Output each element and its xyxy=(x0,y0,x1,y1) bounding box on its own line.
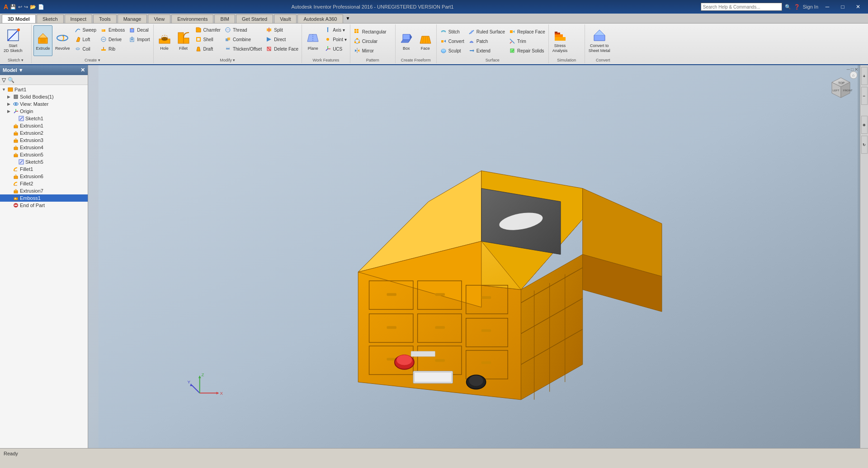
expand-view-master[interactable]: ▶ xyxy=(7,102,13,106)
fillet-button[interactable]: Fillet xyxy=(175,25,193,56)
expand-part1[interactable]: ▼ xyxy=(2,87,7,92)
tree-item-extrusion6[interactable]: ▶ Extrusion6 xyxy=(0,173,88,180)
circular-button[interactable]: Circular xyxy=(352,37,388,46)
viewport-maximize-button[interactable]: □ xyxy=(851,67,854,72)
axis-button[interactable]: Axis ▾ xyxy=(323,25,348,34)
point-button[interactable]: Point ▾ xyxy=(323,35,348,44)
create-group-label[interactable]: Create ▾ xyxy=(32,58,153,62)
tab-autodesk-a360[interactable]: Autodesk A360 xyxy=(297,14,343,23)
tree-item-extrusion5[interactable]: ▶ Extrusion5 xyxy=(0,151,88,158)
patch-button[interactable]: Patch xyxy=(467,37,506,46)
tree-item-fillet2[interactable]: ▶ Fillet2 xyxy=(0,180,88,187)
trim-button[interactable]: Trim xyxy=(507,37,547,46)
search-icon[interactable]: 🔍 xyxy=(785,4,791,10)
tree-item-origin[interactable]: ▶ Origin xyxy=(0,108,88,115)
tree-item-end-of-part[interactable]: ▶ End of Part xyxy=(0,202,88,209)
delete-face-button[interactable]: Delete Face xyxy=(264,44,300,53)
convert-group-label[interactable]: Convert xyxy=(585,58,621,62)
chamfer-button[interactable]: Chamfer xyxy=(193,25,222,34)
extrude-button[interactable]: Extrude xyxy=(33,25,52,56)
pattern-group-label[interactable]: Pattern xyxy=(350,58,395,62)
viewport[interactable]: X Y Z xyxy=(88,65,868,448)
orbit-button[interactable]: ↻ xyxy=(861,136,868,154)
tab-bim[interactable]: BIM xyxy=(214,14,235,23)
thread-button[interactable]: Thread xyxy=(223,25,263,34)
loft-button[interactable]: Loft xyxy=(73,35,98,44)
close-button[interactable]: ✕ xyxy=(852,2,864,11)
tab-vault[interactable]: Vault xyxy=(274,14,297,23)
repair-solids-button[interactable]: Repair Solids xyxy=(507,46,547,55)
stitch-button[interactable]: Stitch xyxy=(439,27,466,36)
rectangular-button[interactable]: Rectangular xyxy=(352,27,388,36)
tree-item-extrusion3[interactable]: ▶ Extrusion3 xyxy=(0,137,88,144)
tree-item-sketch5[interactable]: ▶ Sketch5 xyxy=(0,158,88,165)
qat-save-icon[interactable]: 💾 xyxy=(10,4,16,10)
draft-button[interactable]: Draft xyxy=(193,44,222,53)
ruled-surface-button[interactable]: Ruled Surface xyxy=(467,27,506,36)
tree-item-extrusion2[interactable]: ▶ Extrusion2 xyxy=(0,129,88,137)
signin-button[interactable]: Sign In xyxy=(803,4,818,9)
start-2d-sketch-button[interactable]: Start2D Sketch xyxy=(2,25,24,56)
modify-group-label[interactable]: Modify ▾ xyxy=(154,58,302,62)
tree-item-view-master[interactable]: ▶ View: Master xyxy=(0,100,88,108)
maximize-button[interactable]: □ xyxy=(836,2,849,11)
tree-item-extrusion7[interactable]: ▶ Extrusion7 xyxy=(0,187,88,194)
ucs-button[interactable]: UCS xyxy=(323,44,348,53)
sculpt-button[interactable]: Sculpt xyxy=(439,46,466,55)
minimize-button[interactable]: ─ xyxy=(821,2,834,11)
derive-button[interactable]: Derive xyxy=(99,35,126,44)
expand-solid-bodies[interactable]: ▶ xyxy=(7,95,13,99)
coil-button[interactable]: Coil xyxy=(73,44,98,53)
tree-filter-icon[interactable]: ▽ xyxy=(2,77,6,83)
tab-manage[interactable]: Manage xyxy=(118,14,147,23)
rib-button[interactable]: Rib xyxy=(99,44,126,53)
extend-button[interactable]: Extend xyxy=(467,46,506,55)
model-title[interactable]: Model ▼ xyxy=(3,67,24,73)
convert-sheet-metal-button[interactable]: Convert toSheet Metal xyxy=(587,25,612,56)
stress-analysis-button[interactable]: StressAnalysis xyxy=(551,25,570,56)
tab-sketch[interactable]: Sketch xyxy=(37,14,64,23)
tree-item-extrusion1[interactable]: ▶ Extrusion1 xyxy=(0,122,88,129)
expand-origin[interactable]: ▶ xyxy=(7,109,13,113)
thicken-offset-button[interactable]: Thicken/Offset xyxy=(223,44,263,53)
pan-button[interactable]: ⊕ xyxy=(861,116,868,134)
tab-inspect[interactable]: Inspect xyxy=(65,14,92,23)
import-button[interactable]: Import xyxy=(127,35,151,44)
sweep-button[interactable]: Sweep xyxy=(73,25,98,34)
zoom-in-button[interactable]: + xyxy=(861,67,868,85)
sidebar-close-icon[interactable]: ✕ xyxy=(80,67,85,73)
face-button[interactable]: Face xyxy=(416,25,434,56)
tree-item-solid-bodies[interactable]: ▶ Solid Bodies(1) xyxy=(0,93,88,100)
mirror-button[interactable]: Mirror xyxy=(352,46,388,55)
qat-redo-icon[interactable]: ↪ xyxy=(24,4,28,10)
qat-open-icon[interactable]: 📂 xyxy=(30,4,36,10)
revolve-button[interactable]: Revolve xyxy=(53,25,72,56)
emboss-button[interactable]: A Emboss xyxy=(99,25,126,34)
tab-view[interactable]: View xyxy=(148,14,170,23)
viewport-minimize-button[interactable]: ─ xyxy=(847,67,850,72)
tree-search-icon[interactable]: 🔍 xyxy=(8,77,14,83)
tree-item-emboss1[interactable]: ▶ A Emboss1 xyxy=(0,194,88,202)
help-icon[interactable]: ❓ xyxy=(794,4,800,10)
hole-button[interactable]: Hole xyxy=(156,25,174,56)
viewport-close-button[interactable]: ✕ xyxy=(854,67,858,72)
split-button[interactable]: Split xyxy=(264,25,300,34)
box-button[interactable]: Box xyxy=(397,25,415,56)
qat-new-icon[interactable]: 📄 xyxy=(38,4,44,10)
tab-tools[interactable]: Tools xyxy=(93,14,117,23)
tab-environments[interactable]: Environments xyxy=(171,14,213,23)
tree-item-part1[interactable]: ▼ Part1 xyxy=(0,86,88,93)
simulation-group-label[interactable]: Simulation xyxy=(549,58,585,62)
tree-item-sketch1[interactable]: ▶ Sketch1 xyxy=(0,115,88,122)
search-input[interactable] xyxy=(701,3,782,11)
create-freeform-group-label[interactable]: Create Freeform xyxy=(396,58,436,62)
tab-get-started[interactable]: Get Started xyxy=(236,14,273,23)
direct-button[interactable]: Direct xyxy=(264,35,300,44)
plane-button[interactable]: Plane xyxy=(304,25,322,56)
surface-group-label[interactable]: Surface xyxy=(437,58,548,62)
tree-item-extrusion4[interactable]: ▶ Extrusion4 xyxy=(0,144,88,151)
tree-item-fillet1[interactable]: ▶ Fillet1 xyxy=(0,165,88,173)
tab-more-icon[interactable]: ▼ xyxy=(346,16,350,21)
convert-surface-button[interactable]: Convert xyxy=(439,37,466,46)
combine-button[interactable]: Combine xyxy=(223,35,263,44)
